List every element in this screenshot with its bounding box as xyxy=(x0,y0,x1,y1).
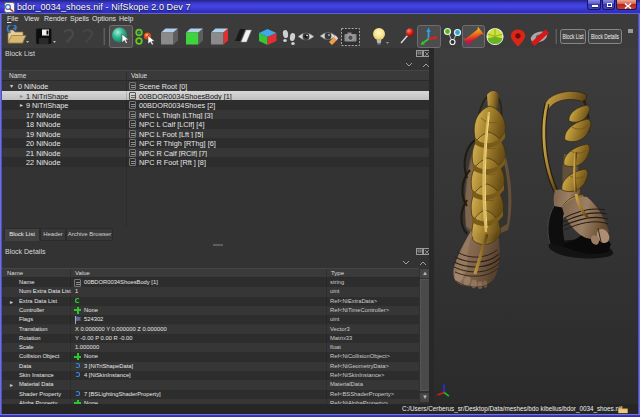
svg-text:Block List: Block List xyxy=(563,33,584,40)
svg-text:Block Details: Block Details xyxy=(591,33,619,40)
